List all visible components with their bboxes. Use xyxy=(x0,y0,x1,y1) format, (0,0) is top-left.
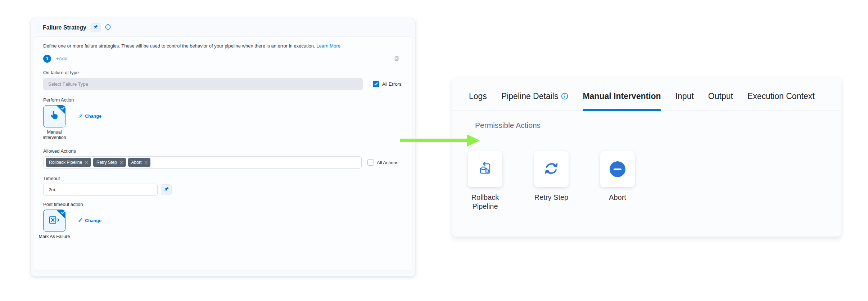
pencil-icon xyxy=(78,113,83,119)
tab-logs[interactable]: Logs xyxy=(469,91,487,111)
allowed-actions-input[interactable]: Rollback Pipeline ✕ Retry Step ✕ Abort ✕ xyxy=(43,156,362,169)
change-action-link[interactable]: Change xyxy=(78,113,101,119)
action-rollback-pipeline: Rollback Pipeline xyxy=(468,151,502,211)
all-errors-checkbox[interactable]: All Errors xyxy=(373,81,401,87)
strategy-description: Define one or more failure strategies. T… xyxy=(43,43,340,49)
strategy-list: 1 +Add xyxy=(43,55,68,63)
failure-strategy-header: Failure Strategy xyxy=(31,18,415,32)
tag-abort[interactable]: Abort ✕ xyxy=(128,158,151,167)
remove-tag-icon[interactable]: ✕ xyxy=(144,160,148,165)
timeout-input[interactable] xyxy=(43,184,158,196)
pushpin-icon xyxy=(164,187,169,193)
info-icon[interactable] xyxy=(561,92,568,102)
perform-action-label: Perform Action xyxy=(43,97,74,103)
manual-intervention-card[interactable] xyxy=(43,105,65,127)
abort-button[interactable] xyxy=(600,151,635,187)
selected-check-icon xyxy=(56,105,65,114)
on-failure-label: On failure of type xyxy=(43,70,79,75)
pencil-icon xyxy=(78,218,83,224)
info-icon[interactable] xyxy=(105,24,111,31)
timeout-label: Timeout xyxy=(43,176,60,181)
tag-retry-step[interactable]: Retry Step ✕ xyxy=(93,158,126,167)
tag-rollback-pipeline[interactable]: Rollback Pipeline ✕ xyxy=(46,158,91,167)
strategy-index-badge[interactable]: 1 xyxy=(43,55,51,63)
action-label: Retry Step xyxy=(529,193,573,202)
tab-bar: Logs Pipeline Details Manual Interventio… xyxy=(452,78,841,111)
pin-button[interactable] xyxy=(91,23,101,32)
tab-input[interactable]: Input xyxy=(675,91,694,111)
failure-strategy-panel: Failure Strategy Define one or more fail… xyxy=(31,18,416,277)
permissible-actions-heading: Permissible Actions xyxy=(475,121,541,130)
pushpin-icon xyxy=(93,24,98,31)
retry-step-button[interactable] xyxy=(534,151,569,187)
abort-icon xyxy=(610,161,625,177)
rollback-pipeline-icon xyxy=(477,161,493,178)
all-actions-checkbox[interactable]: All Actions xyxy=(367,159,398,166)
tab-pipeline-details[interactable]: Pipeline Details xyxy=(501,91,569,111)
change-post-timeout-link[interactable]: Change xyxy=(78,218,101,224)
timeout-pin-button[interactable] xyxy=(161,184,172,195)
post-timeout-caption: Mark As Failure xyxy=(37,234,71,239)
add-strategy-button[interactable]: +Add xyxy=(56,56,68,61)
tab-manual-intervention[interactable]: Manual Intervention xyxy=(583,91,661,111)
flow-arrow xyxy=(400,139,467,142)
mark-as-failure-card[interactable] xyxy=(43,210,65,232)
action-label: Abort xyxy=(596,193,639,202)
selected-check-icon xyxy=(56,210,65,219)
tab-output[interactable]: Output xyxy=(708,91,733,111)
failure-type-select[interactable] xyxy=(43,78,363,90)
flow-arrow-head xyxy=(467,134,480,147)
permissible-actions-list: Rollback Pipeline Retry Step xyxy=(468,151,635,211)
post-timeout-label: Post timeout action xyxy=(43,202,83,207)
retry-icon xyxy=(543,160,560,178)
learn-more-link[interactable]: Learn More xyxy=(316,43,340,49)
allowed-actions-label: Allowed Actions xyxy=(43,148,76,154)
perform-action-caption: Manual Intervention xyxy=(37,130,71,140)
action-label: Rollback Pipeline xyxy=(463,193,507,211)
delete-strategy-icon[interactable] xyxy=(394,55,399,63)
action-abort: Abort xyxy=(600,151,635,211)
remove-tag-icon[interactable]: ✕ xyxy=(119,160,123,165)
tab-execution-context[interactable]: Execution Context xyxy=(747,91,815,111)
failure-strategy-form: Define one or more failure strategies. T… xyxy=(34,36,412,270)
action-retry-step: Retry Step xyxy=(534,151,569,211)
checkbox-empty-icon xyxy=(367,159,374,166)
rollback-pipeline-button[interactable] xyxy=(468,151,502,187)
remove-tag-icon[interactable]: ✕ xyxy=(85,160,89,165)
checkbox-checked-icon xyxy=(373,81,379,87)
panel-title: Failure Strategy xyxy=(43,24,86,31)
execution-detail-panel: Logs Pipeline Details Manual Interventio… xyxy=(452,78,841,237)
